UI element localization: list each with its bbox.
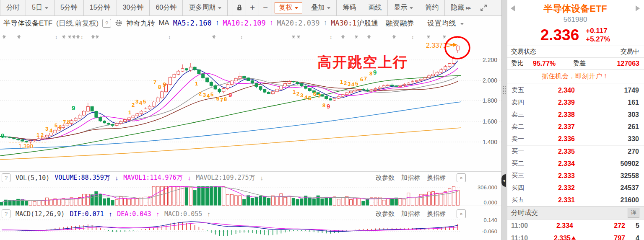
- book-price: 2.338: [536, 111, 597, 119]
- hide-button[interactable]: 隐藏 ▶▶: [445, 0, 477, 15]
- bid-row[interactable]: 买四2.33224537: [506, 182, 644, 194]
- sequence-number: 2: [344, 80, 347, 86]
- help-button[interactable]: ?: [2, 209, 10, 218]
- change-params-button[interactable]: 改参数: [376, 210, 395, 218]
- sequence-number: 5: [55, 122, 57, 129]
- event-updown-icon: ↕: [55, 34, 57, 40]
- headline-annotation: 高开跳空上行: [317, 54, 408, 70]
- bid-row[interactable]: 买一2.335270: [506, 145, 644, 157]
- vol-actions: 改参数 加指标 换指标: [376, 174, 452, 182]
- dea-value: DEA:0.043: [117, 210, 151, 218]
- zoom-in-button[interactable]: +: [246, 0, 259, 15]
- order-book: 卖五2.3401749卖四2.339161卖三2.338303卖二2.33726…: [506, 83, 644, 206]
- book-price: 2.335: [536, 148, 597, 155]
- display-button[interactable]: 显示: [388, 0, 419, 15]
- ask-row[interactable]: 卖二2.337261: [506, 121, 644, 133]
- add-indicator-button[interactable]: 加指标: [401, 210, 420, 218]
- period-button[interactable]: 5分钟: [55, 0, 84, 15]
- sequence-number: 6: [360, 76, 363, 83]
- magic-nine-indicator[interactable]: 神奇九转: [126, 18, 155, 28]
- sequence-number: 8: [158, 84, 161, 90]
- help-button[interactable]: ?: [102, 19, 111, 28]
- book-price: 2.333: [536, 172, 597, 180]
- book-level-label: 买四: [512, 184, 536, 192]
- bid-row[interactable]: 买五2.33121600: [506, 194, 644, 206]
- simple-button[interactable]: 简约: [419, 0, 445, 15]
- chevron-down-icon: [410, 7, 413, 11]
- book-volume: 1749: [597, 87, 639, 94]
- event-updown-icon: ↕: [168, 34, 171, 40]
- overlay-button[interactable]: 叠加: [305, 0, 337, 15]
- event-updown-icon: ↕: [240, 34, 243, 40]
- zoom-out-button[interactable]: −: [259, 0, 272, 15]
- change-params-button[interactable]: 改参数: [376, 174, 395, 182]
- chevron-down-icon: [327, 7, 330, 11]
- price-change: +0.117 +5.27%: [586, 27, 610, 44]
- mavol2-value: MAVOL2:109.275万: [196, 174, 255, 182]
- vol-indicator-name: VOL(5,10): [16, 174, 49, 182]
- bid-row[interactable]: 买二2.33450902: [506, 157, 644, 170]
- quote-panel: 半导体设备ETF 561980 2.336 +0.117 +5.27% 交易状态…: [506, 0, 644, 240]
- event-asterisk-icon: [91, 36, 95, 39]
- add-indicator-button[interactable]: 加指标: [401, 174, 420, 182]
- chips-button[interactable]: 筹码: [337, 0, 362, 15]
- lock-icon: [236, 4, 243, 11]
- draw-button[interactable]: 画线: [362, 0, 388, 15]
- divider-grip-handle[interactable]: [503, 86, 506, 94]
- period-label: 60分钟: [156, 3, 177, 12]
- period-label: 15分钟: [90, 3, 111, 12]
- hgt-link[interactable]: 沪股通: [357, 18, 378, 28]
- fullscreen-button[interactable]: [477, 0, 490, 15]
- chevron-down-icon: [218, 7, 221, 11]
- book-volume: 270: [597, 148, 639, 155]
- up-arrow-icon: ↑: [156, 210, 159, 217]
- macd-actions: 改参数 加指标 换指标: [376, 210, 452, 218]
- tick-detail-button[interactable]: 详: [628, 208, 639, 218]
- sequence-number: 4: [304, 94, 308, 101]
- chart-header: 半导体设备ETF (日线,前复权) ? 神奇九转 MA MA5:2.160 ↑ …: [0, 16, 505, 30]
- period-button[interactable]: 更多周期: [183, 0, 228, 15]
- set-ma-button[interactable]: 设置均线: [427, 18, 505, 28]
- period-button[interactable]: 30分钟: [117, 0, 150, 15]
- bid-row[interactable]: 买三2.33332558: [506, 170, 644, 182]
- period-button[interactable]: 15分钟: [84, 0, 117, 15]
- switch-indicator-button[interactable]: 换指标: [427, 210, 446, 218]
- sequence-number: 8: [67, 119, 70, 125]
- sequence-number: 9: [1, 132, 4, 139]
- switch-indicator-button[interactable]: 换指标: [427, 174, 446, 182]
- mavol1-value: MAVOL1:114.976万: [123, 174, 182, 182]
- book-level-label: 卖四: [512, 98, 536, 106]
- book-price: 2.336: [536, 135, 597, 143]
- period-button[interactable]: 分时: [0, 0, 26, 15]
- margin-trading-link[interactable]: 融资融券: [385, 18, 414, 28]
- book-price: 2.339: [536, 99, 597, 106]
- ask-row[interactable]: 卖一2.336330: [506, 133, 644, 145]
- open-account-link[interactable]: 抓住机会，即刻开户！: [542, 72, 609, 81]
- event-asterisk-icon: [297, 36, 300, 39]
- event-asterisk-icon: [76, 36, 80, 39]
- prev-stock-arrow-icon[interactable]: [511, 5, 515, 11]
- close-icon[interactable]: ×: [457, 173, 466, 182]
- sequence-number: 7: [318, 93, 321, 99]
- sequence-number: 1: [195, 80, 198, 87]
- help-button[interactable]: ?: [2, 173, 10, 182]
- period-button[interactable]: 60分钟: [150, 0, 183, 15]
- book-level-label: 买五: [512, 196, 536, 204]
- sequence-number: 6: [313, 91, 316, 97]
- tick-time: 11:10: [511, 235, 537, 240]
- fuquan-button[interactable]: 复权: [275, 2, 302, 13]
- panel-divider[interactable]: ◂: [501, 0, 507, 240]
- sequence-number: 3: [45, 126, 48, 132]
- collapse-panel-handle[interactable]: ◂: [501, 174, 506, 187]
- sequence-number: 5: [210, 91, 213, 98]
- ask-row[interactable]: 卖四2.339161: [506, 96, 644, 108]
- weicha-label: 委差: [573, 59, 595, 67]
- ask-row[interactable]: 卖三2.338303: [506, 108, 644, 121]
- close-icon[interactable]: ×: [457, 209, 466, 218]
- tick-price: 2.335: [537, 235, 592, 240]
- gear-icon[interactable]: [115, 19, 122, 27]
- ask-row[interactable]: 卖五2.3401749: [506, 84, 644, 96]
- lock-button[interactable]: [233, 0, 246, 15]
- next-stock-arrow-icon[interactable]: [636, 5, 640, 11]
- period-button[interactable]: 5日: [26, 0, 55, 15]
